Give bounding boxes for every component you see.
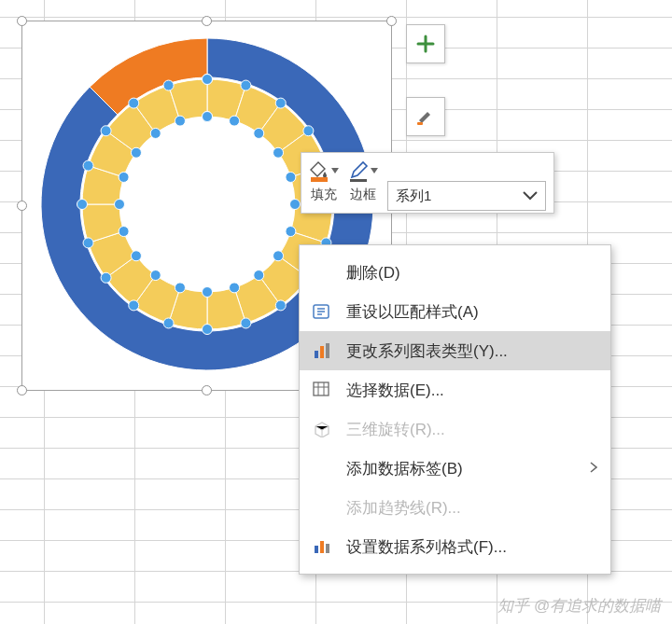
resize-handle-w[interactable] [17, 201, 27, 211]
svg-rect-49 [320, 541, 324, 553]
menu-add-data-labels[interactable]: 添加数据标签(B) [300, 449, 610, 488]
menu-reset-style[interactable]: 重设以匹配样式(A) [300, 292, 610, 331]
svg-rect-44 [315, 351, 318, 358]
menu-add-trendline: 添加趋势线(R)... [300, 488, 610, 527]
svg-point-41 [202, 111, 212, 121]
svg-rect-47 [314, 382, 329, 395]
chevron-right-icon [590, 462, 597, 473]
series-selector-value: 系列1 [396, 187, 431, 205]
resize-handle-nw[interactable] [17, 16, 27, 26]
svg-point-26 [101, 272, 111, 283]
outline-swatch [350, 179, 367, 182]
svg-rect-46 [326, 343, 329, 358]
brush-icon [415, 106, 436, 127]
cube-icon [313, 421, 331, 437]
svg-point-39 [175, 116, 185, 126]
svg-point-3 [229, 116, 239, 126]
svg-point-20 [202, 324, 212, 334]
svg-point-18 [240, 317, 250, 327]
mini-toolbar: 填充 边框 系列1 [301, 152, 554, 214]
svg-point-13 [285, 226, 295, 236]
svg-point-34 [101, 125, 111, 135]
svg-point-31 [114, 199, 124, 209]
svg-point-22 [163, 317, 174, 327]
outline-dropdown[interactable]: 边框 [348, 159, 378, 203]
chart-styles-button[interactable] [406, 97, 445, 136]
menu-3d-rotation: 三维旋转(R)... [300, 409, 610, 449]
resize-handle-s[interactable] [202, 385, 212, 395]
svg-point-40 [202, 74, 212, 84]
svg-point-28 [83, 237, 93, 247]
svg-rect-45 [320, 346, 324, 358]
resize-handle-n[interactable] [202, 16, 212, 26]
reset-style-icon [313, 303, 331, 320]
svg-point-9 [285, 172, 295, 182]
series-selector[interactable]: 系列1 [387, 181, 546, 211]
fill-swatch [311, 177, 328, 182]
svg-point-7 [273, 147, 283, 158]
chart-type-icon [313, 342, 331, 359]
svg-point-35 [131, 147, 141, 158]
svg-point-2 [240, 80, 250, 90]
svg-rect-42 [417, 122, 423, 125]
context-menu: 删除(D) 重设以匹配样式(A) 更改系列图表类型(Y)... 选择数据(E).… [299, 244, 611, 575]
select-data-icon [313, 381, 331, 398]
svg-point-21 [202, 286, 212, 297]
fill-dropdown[interactable]: 填充 [309, 159, 339, 203]
svg-point-11 [289, 199, 300, 209]
chevron-down-icon [523, 191, 538, 201]
svg-point-5 [253, 128, 263, 138]
svg-point-33 [119, 172, 129, 182]
plus-icon [416, 35, 435, 53]
chart-elements-button[interactable] [406, 24, 445, 63]
svg-point-19 [229, 282, 239, 292]
svg-point-4 [275, 98, 286, 108]
svg-point-30 [77, 199, 87, 209]
svg-point-36 [128, 98, 138, 108]
svg-point-37 [150, 128, 161, 138]
fill-label: 填充 [311, 187, 337, 203]
resize-handle-ne[interactable] [386, 16, 397, 26]
svg-point-15 [273, 250, 283, 260]
menu-format-series[interactable]: 设置数据系列格式(F)... [300, 527, 610, 566]
svg-point-24 [128, 299, 138, 310]
svg-rect-48 [315, 546, 318, 553]
menu-change-chart-type[interactable]: 更改系列图表类型(Y)... [300, 331, 610, 370]
svg-point-29 [119, 226, 129, 236]
svg-point-38 [163, 80, 174, 90]
svg-point-17 [253, 270, 263, 280]
menu-select-data[interactable]: 选择数据(E)... [300, 370, 610, 409]
svg-point-6 [302, 125, 313, 135]
outline-label: 边框 [350, 187, 376, 203]
resize-handle-sw[interactable] [17, 385, 27, 395]
menu-delete[interactable]: 删除(D) [300, 253, 610, 292]
svg-rect-50 [326, 544, 329, 553]
chevron-down-icon [371, 168, 378, 173]
svg-point-16 [275, 299, 286, 310]
svg-point-27 [131, 250, 141, 260]
chevron-down-icon [331, 168, 339, 173]
svg-point-25 [150, 270, 161, 280]
svg-point-32 [83, 160, 93, 171]
svg-point-23 [175, 282, 185, 292]
format-series-icon [313, 538, 331, 555]
